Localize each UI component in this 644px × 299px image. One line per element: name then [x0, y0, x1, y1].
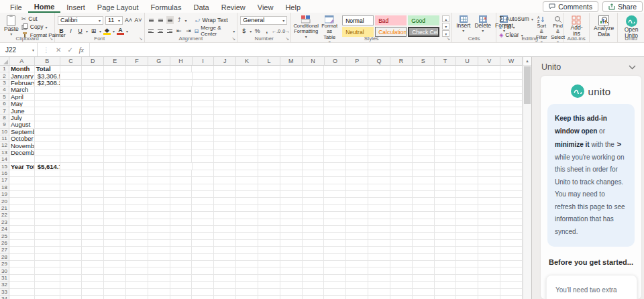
- cell-V34[interactable]: [478, 296, 500, 299]
- cell-V21[interactable]: [478, 205, 500, 212]
- tab-page-layout[interactable]: Page Layout: [91, 0, 145, 13]
- cell-W20[interactable]: [500, 198, 523, 204]
- cell-L7[interactable]: [258, 107, 280, 114]
- cell-N17[interactable]: [303, 177, 325, 184]
- cell-P3[interactable]: [346, 80, 368, 86]
- cell-K34[interactable]: [236, 296, 258, 299]
- cell-D7[interactable]: [82, 107, 104, 114]
- cell-B19[interactable]: [35, 191, 60, 198]
- cell-H21[interactable]: [170, 205, 193, 212]
- cell-D27[interactable]: [82, 247, 104, 253]
- cell-S17[interactable]: [413, 177, 435, 184]
- font-dialog-launcher[interactable]: ↘: [139, 36, 143, 42]
- cell-U13[interactable]: [456, 150, 478, 156]
- cell-N28[interactable]: [303, 254, 325, 261]
- cell-L26[interactable]: [258, 240, 280, 247]
- cell-B29[interactable]: [35, 261, 60, 267]
- cell-D34[interactable]: [82, 296, 104, 299]
- cell-O25[interactable]: [324, 233, 346, 239]
- cell-L5[interactable]: [258, 94, 280, 101]
- paste-button[interactable]: Paste▾: [3, 15, 20, 38]
- cell-I33[interactable]: [192, 289, 214, 296]
- row-header-5[interactable]: 5: [0, 94, 9, 101]
- cell-T23[interactable]: [435, 219, 457, 226]
- cell-K6[interactable]: [236, 101, 258, 107]
- cell-K10[interactable]: [236, 129, 258, 135]
- cell-S19[interactable]: [413, 191, 435, 198]
- cell-L14[interactable]: [258, 156, 280, 163]
- cell-L9[interactable]: [258, 121, 280, 128]
- addins-button[interactable]: Add-ins: [566, 15, 587, 38]
- cell-S31[interactable]: [413, 275, 435, 282]
- grid-vertical-scrollbar[interactable]: ▲: [523, 57, 531, 299]
- cell-P26[interactable]: [346, 240, 368, 247]
- cell-M18[interactable]: [280, 184, 303, 191]
- cell-D12[interactable]: [82, 142, 104, 149]
- delete-cells-button[interactable]: × Delete▾: [473, 15, 492, 34]
- cell-U24[interactable]: [456, 226, 478, 233]
- cell-D21[interactable]: [82, 205, 104, 212]
- cell-K24[interactable]: [236, 226, 258, 233]
- cell-M16[interactable]: [280, 170, 303, 177]
- cell-U27[interactable]: [456, 247, 478, 253]
- cell-Q25[interactable]: [368, 233, 390, 239]
- cell-J18[interactable]: [214, 184, 236, 191]
- cell-A18[interactable]: [9, 184, 35, 191]
- cell-I2[interactable]: [193, 72, 215, 79]
- cell-V25[interactable]: [478, 233, 500, 239]
- cell-D19[interactable]: [82, 191, 104, 198]
- cell-H11[interactable]: [170, 135, 193, 142]
- cell-L30[interactable]: [258, 267, 280, 274]
- cell-V28[interactable]: [478, 254, 500, 261]
- cell-C4[interactable]: [60, 86, 83, 93]
- cell-W26[interactable]: [500, 240, 523, 247]
- cell-E5[interactable]: [104, 94, 126, 101]
- cell-W31[interactable]: [500, 275, 523, 282]
- cell-O15[interactable]: [324, 163, 346, 170]
- cell-W18[interactable]: [500, 184, 523, 191]
- cell-O26[interactable]: [324, 240, 346, 247]
- cell-G19[interactable]: [148, 191, 170, 198]
- cell-I29[interactable]: [192, 261, 214, 267]
- cell-L34[interactable]: [258, 296, 280, 299]
- cell-U6[interactable]: [456, 101, 478, 107]
- cell-N30[interactable]: [303, 267, 325, 274]
- cell-C34[interactable]: [60, 296, 83, 299]
- row-header-17[interactable]: 17: [0, 177, 9, 184]
- cell-S3[interactable]: [413, 80, 435, 86]
- cell-M12[interactable]: [280, 142, 303, 149]
- cell-W17[interactable]: [500, 177, 523, 184]
- cell-S16[interactable]: [413, 170, 435, 177]
- cell-E1[interactable]: [104, 66, 126, 72]
- cell-J1[interactable]: [214, 66, 236, 72]
- cell-U8[interactable]: [456, 115, 478, 121]
- cell-A22[interactable]: [9, 212, 35, 219]
- cell-W10[interactable]: [500, 129, 523, 135]
- cell-O18[interactable]: [324, 184, 346, 191]
- tab-review[interactable]: Review: [215, 0, 252, 13]
- cell-S13[interactable]: [413, 150, 435, 156]
- cell-I25[interactable]: [192, 233, 214, 239]
- cell-E11[interactable]: [104, 135, 126, 142]
- cell-O17[interactable]: [324, 177, 346, 184]
- cell-B32[interactable]: [35, 282, 60, 288]
- cell-C1[interactable]: [60, 66, 83, 72]
- cell-D31[interactable]: [82, 275, 104, 282]
- cell-Q10[interactable]: [368, 129, 390, 135]
- fill-button[interactable]: ⤓Fill▾: [499, 23, 533, 30]
- cell-F26[interactable]: [126, 240, 148, 247]
- cell-W3[interactable]: [500, 80, 523, 86]
- cell-E3[interactable]: [104, 80, 126, 86]
- cell-T24[interactable]: [435, 226, 457, 233]
- cell-R24[interactable]: [390, 226, 413, 233]
- cell-S29[interactable]: [413, 261, 435, 267]
- cell-P13[interactable]: [346, 150, 368, 156]
- cell-A16[interactable]: [9, 170, 35, 177]
- cell-R17[interactable]: [390, 177, 413, 184]
- cell-F25[interactable]: [126, 233, 148, 239]
- cell-C10[interactable]: [60, 129, 83, 135]
- comments-button[interactable]: Comments: [543, 1, 598, 12]
- cell-E2[interactable]: [104, 72, 126, 79]
- cell-U12[interactable]: [456, 142, 478, 149]
- cell-R18[interactable]: [390, 184, 413, 191]
